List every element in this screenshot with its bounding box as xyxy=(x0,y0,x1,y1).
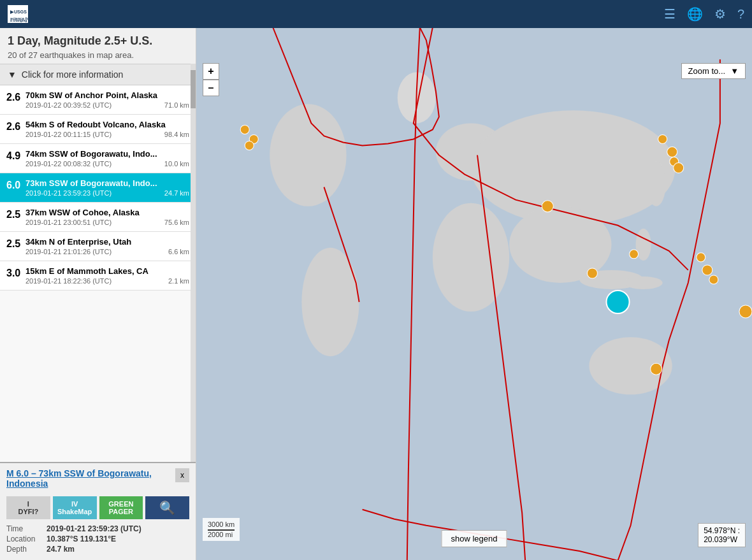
eq-marker xyxy=(587,268,597,278)
earthquake-depth: 98.4 km xyxy=(164,131,189,138)
earthquake-list-item[interactable]: 2.5 34km N of Enterprise, Utah 2019-01-2… xyxy=(0,232,196,261)
earthquake-name: 37km WSW of Cohoe, Alaska xyxy=(25,208,189,217)
depth-label: Depth xyxy=(6,545,41,554)
scrollbar-thumb[interactable] xyxy=(191,70,196,108)
world-map-svg xyxy=(196,28,752,560)
dyfi-sublabel: DYFI? xyxy=(18,508,38,515)
detail-title[interactable]: M 6.0 – 73km SSW of Bogorawatu, Indonesi… xyxy=(6,468,189,489)
detail-info: Time 2019-01-21 23:59:23 (UTC) Location … xyxy=(6,524,189,554)
detail-location-row: Location 10.387°S 119.131°E xyxy=(6,535,189,543)
earthquake-depth: 24.7 km xyxy=(164,189,189,197)
detail-time-row: Time 2019-01-21 23:59:23 (UTC) xyxy=(6,524,189,533)
detail-close-button[interactable]: x xyxy=(175,468,189,482)
earthquake-list-item[interactable]: 6.0 73km SSW of Bogorawatu, Indo... 2019… xyxy=(0,173,196,203)
earthquake-name: 70km SW of Anchor Point, Alaska xyxy=(25,90,189,100)
earthquake-depth: 10.0 km xyxy=(164,160,189,168)
eq-marker xyxy=(630,250,639,259)
coordinates-display: 54.978°N : 20.039°W xyxy=(698,523,746,547)
eq-marker xyxy=(702,265,712,275)
svg-text:a changing world: a changing world xyxy=(10,18,28,22)
earthquake-time: 2019-01-21 23:00:51 (UTC) xyxy=(25,219,112,226)
svg-point-7 xyxy=(433,203,509,312)
zoom-to-dropdown[interactable]: Zoom to... ▼ xyxy=(681,63,746,79)
earthquake-time: 2019-01-22 00:39:52 (UTC) xyxy=(25,101,112,109)
earthquake-list-item[interactable]: 2.6 54km S of Redoubt Volcano, Alaska 20… xyxy=(0,115,196,144)
eq-marker xyxy=(674,163,684,173)
dyfi-label: I xyxy=(27,500,29,508)
earthquake-magnitude: 6.0 xyxy=(6,178,25,191)
eq-marker xyxy=(542,201,553,212)
svg-text:USGS: USGS xyxy=(14,10,27,14)
scrollbar[interactable] xyxy=(191,64,196,462)
help-icon[interactable]: ? xyxy=(737,7,744,22)
sidebar-title: 1 Day, Magnitude 2.5+ U.S. xyxy=(8,34,188,48)
time-value: 2019-01-21 23:59:23 (UTC) xyxy=(47,524,141,533)
depth-value: 24.7 km xyxy=(47,545,75,554)
loupe-icon: 🔍 xyxy=(159,500,175,515)
globe-icon[interactable]: 🌐 xyxy=(687,6,703,22)
menu-icon[interactable]: ☰ xyxy=(664,6,676,22)
detail-panel: x M 6.0 – 73km SSW of Bogorawatu, Indone… xyxy=(0,462,196,560)
scale-km: 3000 km xyxy=(208,521,235,531)
sidebar-subtitle: 20 of 27 earthquakes in map area. xyxy=(8,50,188,60)
earthquake-magnitude: 4.9 xyxy=(6,149,25,162)
earthquake-time: 2019-01-21 21:01:26 (UTC) xyxy=(25,248,112,255)
eq-marker xyxy=(697,253,705,262)
click-info-bar[interactable]: ▼ Click for more information xyxy=(0,64,196,85)
earthquake-name: 74km SSW of Bogorawatu, Indo... xyxy=(25,149,189,159)
earthquake-name: 54km S of Redoubt Volcano, Alaska xyxy=(25,120,189,129)
shakemap-button[interactable]: IV ShakeMap xyxy=(53,496,97,519)
dyfi-button[interactable]: I DYFI? xyxy=(6,496,50,519)
show-legend-button[interactable]: show legend xyxy=(442,530,507,547)
earthquake-depth: 71.0 km xyxy=(164,101,189,109)
earthquake-list: 2.6 70km SW of Anchor Point, Alaska 2019… xyxy=(0,85,196,462)
earthquake-magnitude: 2.5 xyxy=(6,237,25,250)
zoom-controls: + – xyxy=(203,63,219,96)
time-label: Time xyxy=(6,524,41,533)
pager-button[interactable]: GREEN PAGER xyxy=(99,496,143,519)
header: ▶ USGS science for a changing world ☰ 🌐 … xyxy=(0,0,752,28)
sidebar: 1 Day, Magnitude 2.5+ U.S. 20 of 27 eart… xyxy=(0,28,196,560)
detail-depth-row: Depth 24.7 km xyxy=(6,545,189,554)
sidebar-header: 1 Day, Magnitude 2.5+ U.S. 20 of 27 eart… xyxy=(0,28,196,64)
header-icons: ☰ 🌐 ⚙ ? xyxy=(664,6,744,22)
svg-point-16 xyxy=(647,162,666,206)
scale-mi: 2000 mi xyxy=(208,531,235,538)
scale-bar: 3000 km 2000 mi xyxy=(203,518,240,541)
svg-point-11 xyxy=(270,104,346,206)
usgs-logo-icon: ▶ USGS science for a changing world xyxy=(8,5,28,23)
earthquake-magnitude: 3.0 xyxy=(6,266,25,279)
earthquake-time: 2019-01-22 00:08:32 (UTC) xyxy=(25,160,112,168)
detail-buttons: I DYFI? IV ShakeMap GREEN PAGER 🔍 xyxy=(6,496,189,519)
main-content: 1 Day, Magnitude 2.5+ U.S. 20 of 27 eart… xyxy=(0,28,752,560)
chevron-down-icon: ▼ xyxy=(730,66,739,76)
shakemap-sublabel: ShakeMap xyxy=(57,508,92,515)
zoom-in-button[interactable]: + xyxy=(203,63,219,80)
map-area[interactable]: + – Zoom to... ▼ 3000 km 2000 mi show le… xyxy=(196,28,752,560)
settings-icon[interactable]: ⚙ xyxy=(714,6,726,22)
click-info-label: Click for more information xyxy=(22,69,124,80)
earthquake-name: 34km N of Enterprise, Utah xyxy=(25,237,189,247)
earthquake-list-item[interactable]: 2.5 37km WSW of Cohoe, Alaska 2019-01-21… xyxy=(0,203,196,232)
earthquake-name: 15km E of Mammoth Lakes, CA xyxy=(25,266,189,276)
earthquake-list-item[interactable]: 2.6 70km SW of Anchor Point, Alaska 2019… xyxy=(0,85,196,115)
usgs-logo: ▶ USGS science for a changing world xyxy=(8,5,28,23)
eq-marker xyxy=(245,141,254,150)
earthquake-list-item[interactable]: 3.0 15km E of Mammoth Lakes, CA 2019-01-… xyxy=(0,261,196,291)
earthquake-magnitude: 2.6 xyxy=(6,90,25,103)
earthquake-depth: 2.1 km xyxy=(168,277,189,285)
earthquake-time: 2019-01-22 00:11:15 (UTC) xyxy=(25,131,112,138)
location-label: Location xyxy=(6,535,41,543)
eq-marker xyxy=(240,125,249,134)
zoom-out-button[interactable]: – xyxy=(203,80,219,96)
eq-marker xyxy=(709,275,718,284)
svg-point-15 xyxy=(625,276,663,289)
earthquake-time: 2019-01-21 18:22:36 (UTC) xyxy=(25,277,112,285)
loupe-button[interactable]: 🔍 xyxy=(145,496,189,519)
zoom-to-label: Zoom to... xyxy=(688,66,726,76)
chevron-down-icon: ▼ xyxy=(8,69,17,80)
eq-marker xyxy=(658,134,667,143)
sidebar-body: ▼ Click for more information 2.6 70km SW… xyxy=(0,64,196,462)
eq-marker xyxy=(739,305,752,318)
earthquake-list-item[interactable]: 4.9 74km SSW of Bogorawatu, Indo... 2019… xyxy=(0,144,196,173)
